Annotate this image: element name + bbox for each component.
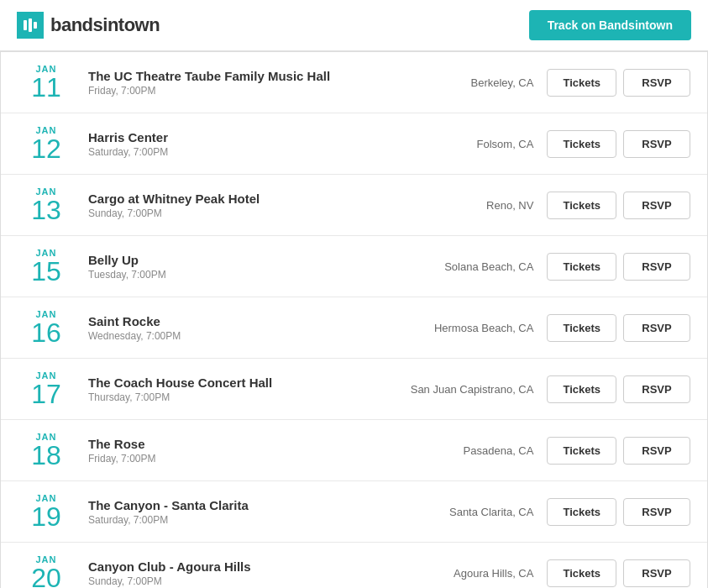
event-info: Cargo at Whitney Peak Hotel Sunday, 7:00…: [75, 192, 396, 219]
logo-svg: [22, 17, 39, 34]
event-day: 16: [18, 319, 75, 346]
event-date: JAN 13: [18, 186, 75, 223]
event-day: 13: [18, 197, 75, 223]
venue-name: The Coach House Concert Hall: [88, 375, 382, 390]
logo: bandsintown: [17, 12, 160, 39]
event-time: Friday, 7:00PM: [88, 85, 382, 97]
event-row: JAN 17 The Coach House Concert Hall Thur…: [1, 359, 707, 420]
rsvp-button[interactable]: RSVP: [623, 130, 690, 158]
tickets-button[interactable]: Tickets: [547, 253, 616, 281]
event-location: Folsom, CA: [396, 138, 547, 150]
event-actions: Tickets RSVP: [547, 437, 690, 465]
rsvp-button[interactable]: RSVP: [623, 559, 690, 587]
track-button[interactable]: Track on Bandsintown: [529, 10, 691, 40]
event-location: Berkeley, CA: [396, 76, 547, 89]
rsvp-button[interactable]: RSVP: [623, 192, 690, 219]
header: bandsintown Track on Bandsintown: [0, 0, 708, 51]
tickets-button[interactable]: Tickets: [547, 375, 616, 403]
logo-icon: [17, 12, 44, 39]
event-actions: Tickets RSVP: [547, 192, 690, 219]
tickets-button[interactable]: Tickets: [547, 437, 616, 465]
rsvp-button[interactable]: RSVP: [623, 498, 690, 526]
event-day: 20: [18, 564, 75, 588]
event-info: The Canyon - Santa Clarita Saturday, 7:0…: [75, 498, 396, 526]
event-day: 19: [18, 503, 75, 530]
venue-name: Cargo at Whitney Peak Hotel: [88, 192, 382, 206]
venue-name: The Rose: [88, 437, 382, 451]
event-location: Santa Clarita, CA: [396, 506, 547, 518]
event-date: JAN 17: [18, 370, 75, 407]
event-row: JAN 18 The Rose Friday, 7:00PM Pasadena,…: [1, 420, 707, 481]
event-location: Hermosa Beach, CA: [396, 322, 547, 334]
event-row: JAN 13 Cargo at Whitney Peak Hotel Sunda…: [1, 175, 707, 236]
event-row: JAN 15 Belly Up Tuesday, 7:00PM Solana B…: [1, 236, 707, 297]
event-info: The Coach House Concert Hall Thursday, 7…: [75, 375, 396, 403]
logo-text: bandsintown: [50, 14, 160, 36]
rsvp-button[interactable]: RSVP: [623, 253, 690, 281]
rsvp-button[interactable]: RSVP: [623, 375, 690, 403]
event-location: Agoura Hills, CA: [396, 567, 547, 580]
event-actions: Tickets RSVP: [547, 559, 690, 587]
page-wrapper: bandsintown Track on Bandsintown JAN 11 …: [0, 0, 708, 588]
tickets-button[interactable]: Tickets: [547, 69, 616, 97]
venue-name: The UC Theatre Taube Family Music Hall: [88, 69, 382, 83]
event-time: Thursday, 7:00PM: [88, 391, 382, 403]
event-date: JAN 19: [18, 493, 75, 530]
event-actions: Tickets RSVP: [547, 253, 690, 281]
event-actions: Tickets RSVP: [547, 498, 690, 526]
event-location: San Juan Capistrano, CA: [396, 383, 547, 396]
tickets-button[interactable]: Tickets: [547, 559, 616, 587]
event-actions: Tickets RSVP: [547, 130, 690, 158]
event-info: Harris Center Saturday, 7:00PM: [75, 130, 396, 158]
event-date: JAN 12: [18, 125, 75, 162]
event-date: JAN 18: [18, 432, 75, 469]
venue-name: Belly Up: [88, 253, 382, 267]
event-actions: Tickets RSVP: [547, 69, 690, 97]
svg-rect-2: [34, 22, 37, 29]
event-date: JAN 20: [18, 554, 75, 588]
rsvp-button[interactable]: RSVP: [623, 69, 690, 97]
event-day: 18: [18, 442, 75, 469]
event-date: JAN 15: [18, 248, 75, 285]
venue-name: Canyon Club - Agoura Hills: [88, 559, 382, 574]
events-container: JAN 11 The UC Theatre Taube Family Music…: [0, 51, 708, 588]
event-day: 17: [18, 381, 75, 407]
event-actions: Tickets RSVP: [547, 375, 690, 403]
event-row: JAN 16 Saint Rocke Wednesday, 7:00PM Her…: [1, 297, 707, 359]
event-time: Wednesday, 7:00PM: [88, 330, 382, 342]
event-info: Belly Up Tuesday, 7:00PM: [75, 253, 396, 281]
tickets-button[interactable]: Tickets: [547, 314, 616, 342]
event-day: 12: [18, 135, 75, 162]
rsvp-button[interactable]: RSVP: [623, 437, 690, 465]
event-date: JAN 11: [18, 64, 75, 101]
event-time: Saturday, 7:00PM: [88, 146, 382, 158]
event-time: Friday, 7:00PM: [88, 453, 382, 465]
event-row: JAN 12 Harris Center Saturday, 7:00PM Fo…: [1, 113, 707, 175]
event-day: 11: [18, 74, 75, 101]
event-day: 15: [18, 258, 75, 285]
venue-name: Saint Rocke: [88, 314, 382, 328]
event-actions: Tickets RSVP: [547, 314, 690, 342]
event-location: Solana Beach, CA: [396, 260, 547, 273]
tickets-button[interactable]: Tickets: [547, 130, 616, 158]
event-info: The Rose Friday, 7:00PM: [75, 437, 396, 465]
tickets-button[interactable]: Tickets: [547, 498, 616, 526]
event-location: Reno, NV: [396, 199, 547, 212]
event-info: Saint Rocke Wednesday, 7:00PM: [75, 314, 396, 342]
event-row: JAN 19 The Canyon - Santa Clarita Saturd…: [1, 481, 707, 543]
event-time: Sunday, 7:00PM: [88, 207, 382, 219]
event-date: JAN 16: [18, 309, 75, 346]
event-info: Canyon Club - Agoura Hills Sunday, 7:00P…: [75, 559, 396, 587]
event-time: Tuesday, 7:00PM: [88, 269, 382, 281]
event-info: The UC Theatre Taube Family Music Hall F…: [75, 69, 396, 97]
venue-name: Harris Center: [88, 130, 382, 144]
event-row: JAN 11 The UC Theatre Taube Family Music…: [1, 52, 707, 113]
svg-rect-0: [24, 20, 27, 30]
event-time: Sunday, 7:00PM: [88, 575, 382, 587]
rsvp-button[interactable]: RSVP: [623, 314, 690, 342]
event-time: Saturday, 7:00PM: [88, 514, 382, 526]
venue-name: The Canyon - Santa Clarita: [88, 498, 382, 512]
tickets-button[interactable]: Tickets: [547, 192, 616, 219]
event-location: Pasadena, CA: [396, 444, 547, 457]
svg-rect-1: [29, 18, 32, 32]
